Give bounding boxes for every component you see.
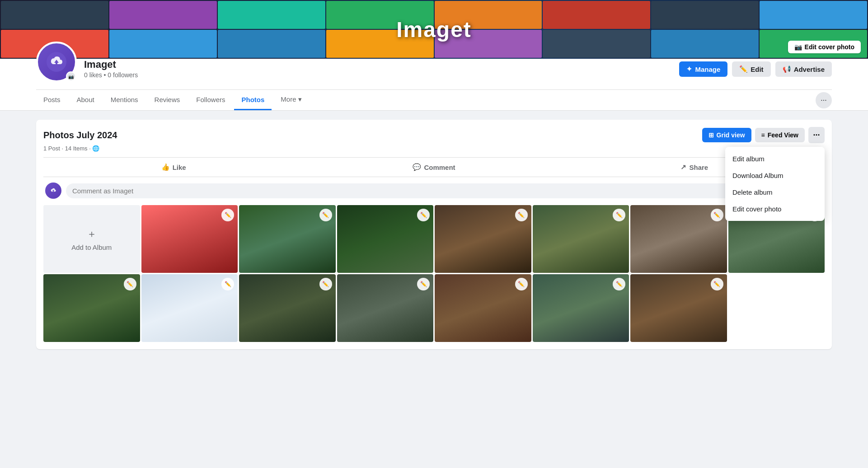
tab-photos[interactable]: Photos (234, 90, 272, 110)
photo-cell[interactable]: ✏️ (239, 205, 336, 273)
page-wrapper: Imaget 📷 Edit cover photo 📷 Imaget (0, 0, 868, 358)
dropdown-edit-album[interactable]: Edit album (725, 150, 825, 167)
album-dropdown-menu: Edit album Download Album Delete album E… (725, 147, 825, 221)
album-title: Photos July 2024 (43, 130, 117, 140)
profile-actions: ✦ Manage ✏️ Edit 📢 Advertise (679, 61, 832, 82)
photo-edit-button[interactable]: ✏️ (417, 278, 430, 290)
page-logo-icon (45, 51, 68, 73)
comment-button[interactable]: 💬 Comment (304, 159, 564, 175)
dropdown-download-album[interactable]: Download Album (725, 167, 825, 184)
photo-cell[interactable]: ✏️ (239, 274, 336, 342)
photo-edit-button[interactable]: ✏️ (515, 278, 528, 290)
photo-cell[interactable]: ✏️ (337, 274, 434, 342)
photo-edit-button[interactable]: ✏️ (515, 209, 528, 221)
dropdown-edit-cover[interactable]: Edit cover photo (725, 201, 825, 217)
cover-title: Imaget (396, 17, 472, 42)
avatar-camera-icon[interactable]: 📷 (66, 71, 76, 81)
comment-avatar (45, 183, 61, 199)
photo-cell[interactable]: ✏️ (43, 274, 140, 342)
photo-cell[interactable]: ✏️ (141, 274, 238, 342)
like-button[interactable]: 👍 Like (43, 159, 304, 175)
tab-reviews[interactable]: Reviews (147, 90, 188, 110)
add-to-album-label: Add to Album (71, 243, 112, 251)
feed-view-button[interactable]: ≡ Feed View (755, 128, 805, 142)
profile-nav: Posts About Mentions Reviews Followers P… (36, 89, 832, 110)
profile-top: 📷 Imaget 0 likes • 0 followers ✦ Manage … (36, 59, 832, 88)
cover-photo-area: Imaget 📷 Edit cover photo (0, 0, 868, 59)
album-more-button[interactable]: ··· (808, 127, 825, 143)
album-container: Photos July 2024 ⊞ Grid view ≡ Feed View… (36, 120, 832, 349)
manage-button[interactable]: ✦ Manage (679, 61, 727, 77)
photo-edit-button[interactable]: ✏️ (613, 278, 625, 290)
album-header-actions: ⊞ Grid view ≡ Feed View ··· Edit album D… (702, 127, 825, 143)
photo-edit-button[interactable]: ✏️ (221, 278, 234, 290)
photo-edit-button[interactable]: ✏️ (417, 209, 430, 221)
add-icon: ＋ (87, 227, 97, 241)
profile-info: Imaget 0 likes • 0 followers (84, 59, 672, 82)
photo-cell[interactable]: ✏️ (435, 274, 531, 342)
camera-icon: 📷 (794, 43, 802, 51)
album-meta: 1 Post · 14 Items · 🌐 (43, 145, 825, 152)
profile-meta: 0 likes • 0 followers (84, 71, 672, 79)
tab-about[interactable]: About (70, 90, 102, 110)
comment-area: 😊 🏷 📷 GIF (43, 183, 825, 199)
edit-cover-photo-button[interactable]: 📷 Edit cover photo (788, 41, 861, 53)
grid-view-button[interactable]: ⊞ Grid view (702, 128, 751, 142)
photo-edit-button[interactable]: ✏️ (711, 209, 723, 221)
manage-icon: ✦ (686, 65, 692, 73)
edit-icon: ✏️ (739, 65, 748, 73)
main-content: Photos July 2024 ⊞ Grid view ≡ Feed View… (0, 111, 868, 358)
tab-posts[interactable]: Posts (36, 90, 68, 110)
advertise-icon: 📢 (783, 65, 791, 73)
photo-cell[interactable]: ✏️ (630, 274, 727, 342)
comment-input[interactable] (66, 183, 770, 198)
avatar-wrapper: 📷 (36, 42, 77, 82)
dropdown-delete-album[interactable]: Delete album (725, 184, 825, 201)
photo-cell[interactable]: ✏️ (337, 205, 434, 273)
photo-edit-button[interactable]: ✏️ (319, 209, 332, 221)
tab-more[interactable]: More ▾ (273, 90, 309, 110)
edit-cover-label: Edit cover photo (805, 43, 854, 51)
photo-edit-button[interactable]: ✏️ (124, 278, 136, 290)
photo-cell[interactable]: ✏️ (533, 205, 629, 273)
photo-edit-button[interactable]: ✏️ (711, 278, 723, 290)
list-icon: ≡ (761, 131, 765, 139)
profile-section: 📷 Imaget 0 likes • 0 followers ✦ Manage … (0, 59, 868, 111)
photo-grid: ＋ Add to Album ✏️✏️✏️✏️✏️✏️✏️✏️✏️✏️✏️✏️✏… (43, 205, 825, 342)
nav-options-button[interactable]: ··· (816, 92, 832, 108)
photo-cell[interactable]: ✏️ (533, 274, 629, 342)
profile-name: Imaget (84, 59, 672, 70)
grid-icon: ⊞ (708, 131, 714, 139)
like-icon: 👍 (161, 163, 170, 171)
album-header: Photos July 2024 ⊞ Grid view ≡ Feed View… (43, 127, 825, 143)
photo-cell[interactable]: ✏️ (630, 205, 727, 273)
photo-cell[interactable]: ✏️ (435, 205, 531, 273)
photo-edit-button[interactable]: ✏️ (319, 278, 332, 290)
comment-icon: 💬 (413, 163, 421, 171)
photo-edit-button[interactable]: ✏️ (613, 209, 625, 221)
advertise-button[interactable]: 📢 Advertise (775, 61, 832, 77)
add-to-album-cell[interactable]: ＋ Add to Album (43, 205, 140, 273)
edit-button[interactable]: ✏️ Edit (732, 61, 770, 77)
photo-cell[interactable]: ✏️ (141, 205, 238, 273)
tab-followers[interactable]: Followers (189, 90, 232, 110)
photo-edit-button[interactable]: ✏️ (221, 209, 234, 221)
social-bar: 👍 Like 💬 Comment ↗ Share (43, 157, 825, 177)
share-icon: ↗ (680, 163, 686, 171)
tab-mentions[interactable]: Mentions (103, 90, 145, 110)
